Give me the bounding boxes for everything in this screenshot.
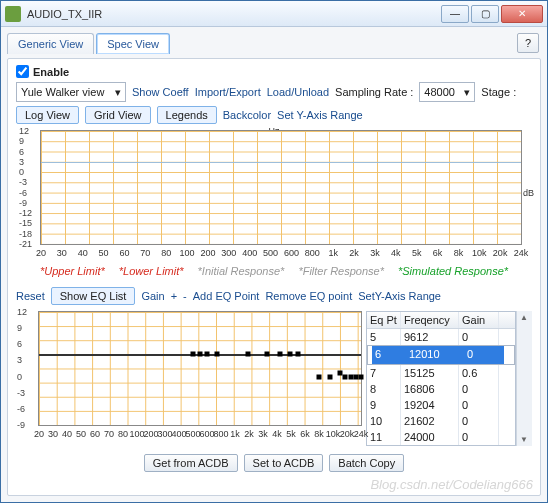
chevron-down-icon: ▾ [115,86,121,99]
cell: 19204 [401,397,459,413]
cell: 15125 [401,365,459,381]
set-to-acdb-button[interactable]: Set to ACDB [244,454,324,472]
eq-point[interactable] [359,374,364,379]
table-row[interactable]: 9192040 [367,397,515,413]
import-export-button[interactable]: Import/Export [195,86,261,98]
eq-point[interactable] [287,351,292,356]
eq-point[interactable] [277,351,282,356]
cell: 0 [459,329,499,345]
bottom-button-bar: Get from ACDB Set to ACDB Batch Copy [16,450,532,474]
app-icon [5,6,21,22]
eq-chart[interactable]: 129630-3-6-92030405060708010020030040050… [38,311,362,426]
response-line [41,162,521,163]
cell: 10 [367,413,401,429]
tab-spec-view[interactable]: Spec View [96,33,170,54]
set-y-axis-2-button[interactable]: SetY-Axis Range [358,290,441,302]
eq-point[interactable] [198,351,203,356]
table-row[interactable]: 7151250.6 [367,365,515,381]
legends-button[interactable]: Legends [157,106,217,124]
col-eq-pt[interactable]: Eq Pt [367,312,401,328]
col-frequency[interactable]: Freqency [401,312,459,328]
toolbar-2: Log View Grid View Legends Backcolor Set… [16,106,532,124]
gain-label: Gain [141,290,164,302]
toolbar-1: Yule Walker view▾ Show Coeff Import/Expo… [16,82,532,102]
eq-point[interactable] [317,374,322,379]
chart-1-container: Hz 129630-3-6-9-12-15-18-212030405060708… [16,128,532,247]
show-coeff-button[interactable]: Show Coeff [132,86,189,98]
batch-copy-button[interactable]: Batch Copy [329,454,404,472]
eq-point[interactable] [214,351,219,356]
backcolor-button[interactable]: Backcolor [223,109,271,121]
eq-point[interactable] [264,351,269,356]
close-button[interactable]: ✕ [501,5,543,23]
show-eq-list-button[interactable]: Show EQ List [51,287,136,305]
window-title: AUDIO_TX_IIR [27,8,441,20]
remove-eq-point-button[interactable]: Remove EQ point [265,290,352,302]
eq-section: 129630-3-6-92030405060708010020030040050… [16,311,532,446]
cell: 9612 [401,329,459,345]
load-unload-button[interactable]: Load/Unload [267,86,329,98]
table-row[interactable]: 11240000 [367,429,515,445]
cell: 11 [367,429,401,445]
titlebar: AUDIO_TX_IIR — ▢ ✕ [1,1,547,27]
chart-legend: *Upper Limit* *Lower Limit* *Initial Res… [16,265,532,277]
eq-point[interactable] [327,374,332,379]
table-row[interactable]: 8168060 [367,381,515,397]
chart-grid [39,312,361,425]
chart-grid [41,131,521,244]
legend-initial-response: *Initial Response* [198,265,285,277]
minimize-button[interactable]: — [441,5,469,23]
app-window: AUDIO_TX_IIR — ▢ ✕ ? Generic View Spec V… [0,0,548,503]
eq-point[interactable] [348,374,353,379]
reset-button[interactable]: Reset [16,290,45,302]
eq-table[interactable]: Eq Pt Freqency Gain 59612061201007151250… [366,311,516,446]
sampling-rate-label: Sampling Rate : [335,86,413,98]
eq-point[interactable] [246,351,251,356]
sampling-rate-select[interactable]: 48000▾ [419,82,475,102]
cell: 12010 [406,346,464,364]
eq-point[interactable] [342,374,347,379]
cell: 0 [459,397,499,413]
help-button[interactable]: ? [517,33,539,53]
view-select[interactable]: Yule Walker view▾ [16,82,126,102]
eq-point[interactable] [191,351,196,356]
stage-label: Stage : [481,86,516,98]
col-gain[interactable]: Gain [459,312,499,328]
cell: 5 [367,329,401,345]
table-row[interactable]: 10216020 [367,413,515,429]
toolbar-3: Reset Show EQ List Gain + - Add EQ Point… [16,287,532,305]
maximize-button[interactable]: ▢ [471,5,499,23]
cell: 7 [367,365,401,381]
add-eq-point-button[interactable]: Add EQ Point [193,290,260,302]
legend-simulated-response: *Simulated Response* [398,265,508,277]
set-y-axis-button[interactable]: Set Y-Axis Range [277,109,363,121]
cell: 0 [459,413,499,429]
eq-point[interactable] [296,351,301,356]
cell: 9 [367,397,401,413]
enable-row: Enable [16,65,532,78]
enable-checkbox[interactable] [16,65,29,78]
legend-lower-limit: *Lower Limit* [119,265,184,277]
spec-panel: Enable Yule Walker view▾ Show Coeff Impo… [7,58,541,496]
cell: 0.6 [459,365,499,381]
cell: 21602 [401,413,459,429]
cell: 0 [459,429,499,445]
get-from-acdb-button[interactable]: Get from ACDB [144,454,238,472]
tab-bar: Generic View Spec View [7,33,541,54]
eq-point[interactable] [204,351,209,356]
gain-plus-button[interactable]: + [171,290,177,302]
table-row[interactable]: 596120 [367,329,515,345]
table-scrollbar[interactable] [516,311,532,446]
chevron-down-icon: ▾ [464,86,470,99]
grid-view-button[interactable]: Grid View [85,106,150,124]
response-chart[interactable]: 129630-3-6-9-12-15-18-212030405060708010… [40,130,522,245]
gain-minus-button[interactable]: - [183,290,187,302]
enable-label: Enable [33,66,69,78]
cell: 0 [464,346,504,364]
table-row[interactable]: 6120100 [367,345,515,365]
cell: 8 [367,381,401,397]
tab-generic-view[interactable]: Generic View [7,33,94,54]
log-view-button[interactable]: Log View [16,106,79,124]
cell: 16806 [401,381,459,397]
cell: 24000 [401,429,459,445]
